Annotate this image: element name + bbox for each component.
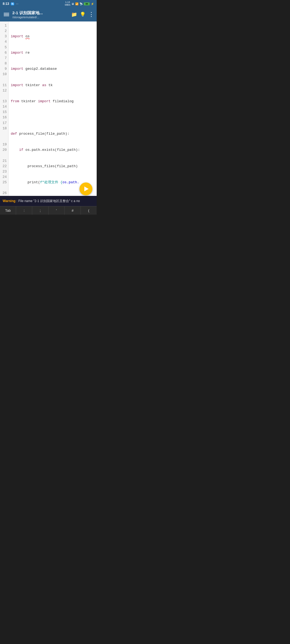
warning-message: : File name "2-1 识别国家地区且整合" c a no (17, 199, 80, 203)
menu-button[interactable] (3, 12, 10, 17)
code-line-2: import re (11, 50, 95, 56)
monitor-icon: 🖥 (71, 2, 74, 5)
code-editor[interactable]: 1 2 3 4 5 6 7 8 9 10 11 12 13 14 15 16 1… (0, 21, 97, 196)
kbd-quote[interactable]: ' (49, 206, 65, 215)
charging-icon: ⚡ (91, 2, 94, 5)
code-line-5: from tkinter import filedialog (11, 99, 95, 104)
warning-bar: Warning : File name "2-1 识别国家地区且整合" c a … (0, 196, 97, 206)
play-icon (84, 186, 89, 191)
toolbar-actions: 📁 💡 ⋮ (71, 11, 94, 18)
kbd-open-paren[interactable]: ( (81, 206, 97, 215)
file-title: 2-1 识别国家地... (12, 10, 69, 16)
kbd-semicolon[interactable]: ; (32, 206, 48, 215)
wifi-icon: 📡 (79, 2, 83, 5)
toolbar: 2-1 识别国家地... /storage/emulated/... 📁 💡 ⋮ (0, 8, 97, 21)
battery-icon: 95 (84, 2, 90, 5)
lightbulb-icon[interactable]: 💡 (80, 12, 86, 17)
folder-icon[interactable]: 📁 (71, 12, 77, 17)
status-bar: 8:13 N ··· 1.13MB/s 🖥 📶 📡 95 ⚡ (0, 0, 97, 8)
code-line-4: import tkinter as tk (11, 83, 95, 88)
more-options-icon[interactable]: ⋮ (88, 11, 94, 18)
status-right: 1.13MB/s 🖥 📶 📡 95 ⚡ (65, 1, 94, 6)
code-content: 1 2 3 4 5 6 7 8 9 10 11 12 13 14 15 16 1… (0, 21, 97, 196)
status-left: 8:13 N ··· (3, 2, 18, 6)
keyboard-bar: Tab : ; ' # ( (0, 206, 97, 215)
kbd-colon[interactable]: : (16, 206, 32, 215)
warning-label: Warning (3, 199, 16, 203)
code-line-3: import geoip2.database (11, 66, 95, 72)
toolbar-title-area: 2-1 识别国家地... /storage/emulated/... (12, 10, 69, 19)
network-speed: 1.13MB/s (65, 1, 70, 6)
code-line-1: import os (11, 34, 95, 39)
play-button[interactable] (79, 182, 92, 195)
kbd-tab[interactable]: Tab (0, 206, 16, 215)
code-lines[interactable]: import os import re import geoip2.databa… (9, 21, 97, 196)
kbd-hash[interactable]: # (65, 206, 81, 215)
code-line-9: process_files(file_path) (11, 164, 95, 169)
code-line-6 (11, 115, 95, 120)
code-line-8: if os.path.exists(file_path): (11, 147, 95, 153)
app-badge: N (11, 2, 14, 5)
code-line-7: def process_file(file_path): (11, 131, 95, 137)
status-dots: ··· (16, 2, 18, 5)
line-numbers: 1 2 3 4 5 6 7 8 9 10 11 12 13 14 15 16 1… (0, 21, 9, 196)
status-time: 8:13 (3, 2, 9, 6)
file-path: /storage/emulated/... (12, 16, 69, 19)
signal-icon: 📶 (75, 2, 78, 5)
